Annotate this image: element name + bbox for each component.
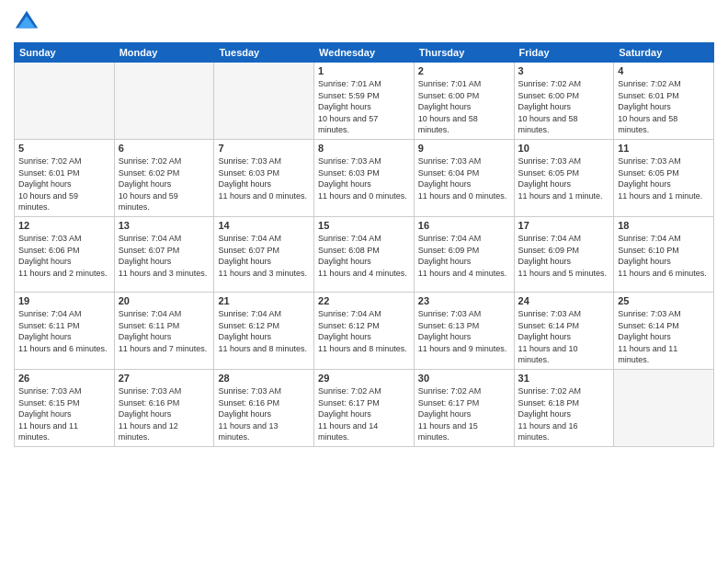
day-number: 24: [518, 295, 610, 306]
calendar-header-friday: Friday: [514, 43, 614, 63]
calendar-week-row: 19Sunrise: 7:04 AMSunset: 6:11 PMDayligh…: [15, 292, 714, 369]
logo-icon: [14, 9, 40, 35]
calendar-cell: 6Sunrise: 7:02 AMSunset: 6:02 PMDaylight…: [114, 139, 214, 216]
calendar-cell: [614, 369, 714, 446]
day-info: Sunrise: 7:02 AMSunset: 6:01 PMDaylight …: [618, 78, 710, 136]
calendar-cell: 19Sunrise: 7:04 AMSunset: 6:11 PMDayligh…: [15, 292, 115, 369]
day-number: 23: [418, 295, 510, 306]
day-info: Sunrise: 7:03 AMSunset: 6:14 PMDaylight …: [618, 308, 710, 366]
calendar-cell: 30Sunrise: 7:02 AMSunset: 6:17 PMDayligh…: [414, 369, 514, 446]
calendar-cell: 13Sunrise: 7:04 AMSunset: 6:07 PMDayligh…: [114, 216, 214, 292]
day-info: Sunrise: 7:04 AMSunset: 6:11 PMDaylight …: [119, 308, 210, 354]
day-info: Sunrise: 7:04 AMSunset: 6:09 PMDaylight …: [518, 233, 610, 279]
day-number: 3: [518, 65, 610, 76]
day-number: 30: [418, 373, 510, 384]
day-number: 22: [318, 295, 410, 306]
calendar-header-wednesday: Wednesday: [314, 43, 415, 63]
day-info: Sunrise: 7:02 AMSunset: 6:17 PMDaylight …: [318, 385, 410, 443]
calendar-cell: 15Sunrise: 7:04 AMSunset: 6:08 PMDayligh…: [314, 216, 415, 292]
calendar-cell: 11Sunrise: 7:03 AMSunset: 6:05 PMDayligh…: [614, 139, 714, 216]
calendar-cell: 27Sunrise: 7:03 AMSunset: 6:16 PMDayligh…: [114, 369, 214, 446]
day-info: Sunrise: 7:03 AMSunset: 6:03 PMDaylight …: [218, 155, 310, 201]
calendar-cell: 31Sunrise: 7:02 AMSunset: 6:18 PMDayligh…: [514, 369, 614, 446]
calendar-week-row: 1Sunrise: 7:01 AMSunset: 5:59 PMDaylight…: [15, 63, 714, 140]
calendar-cell: 29Sunrise: 7:02 AMSunset: 6:17 PMDayligh…: [314, 369, 415, 446]
day-info: Sunrise: 7:01 AMSunset: 6:00 PMDaylight …: [418, 78, 510, 136]
day-number: 5: [18, 143, 110, 154]
day-info: Sunrise: 7:03 AMSunset: 6:03 PMDaylight …: [318, 155, 410, 201]
calendar-cell: 20Sunrise: 7:04 AMSunset: 6:11 PMDayligh…: [114, 292, 214, 369]
logo: [14, 9, 43, 35]
day-number: 10: [518, 143, 610, 154]
day-number: 1: [318, 65, 410, 76]
calendar-cell: 1Sunrise: 7:01 AMSunset: 5:59 PMDaylight…: [314, 63, 415, 140]
day-info: Sunrise: 7:04 AMSunset: 6:12 PMDaylight …: [318, 308, 410, 354]
day-number: 16: [418, 220, 510, 231]
calendar-cell: 4Sunrise: 7:02 AMSunset: 6:01 PMDaylight…: [614, 63, 714, 140]
calendar-cell: 5Sunrise: 7:02 AMSunset: 6:01 PMDaylight…: [15, 139, 115, 216]
day-number: 20: [119, 295, 210, 306]
calendar: SundayMondayTuesdayWednesdayThursdayFrid…: [14, 42, 714, 447]
day-number: 9: [418, 143, 510, 154]
calendar-cell: 28Sunrise: 7:03 AMSunset: 6:16 PMDayligh…: [214, 369, 314, 446]
day-number: 12: [18, 220, 110, 231]
calendar-cell: 26Sunrise: 7:03 AMSunset: 6:15 PMDayligh…: [15, 369, 115, 446]
calendar-header-saturday: Saturday: [614, 43, 714, 63]
calendar-cell: 17Sunrise: 7:04 AMSunset: 6:09 PMDayligh…: [514, 216, 614, 292]
calendar-week-row: 5Sunrise: 7:02 AMSunset: 6:01 PMDaylight…: [15, 139, 714, 216]
day-info: Sunrise: 7:03 AMSunset: 6:05 PMDaylight …: [518, 155, 610, 201]
calendar-cell: 22Sunrise: 7:04 AMSunset: 6:12 PMDayligh…: [314, 292, 415, 369]
day-number: 28: [218, 373, 310, 384]
day-number: 21: [218, 295, 310, 306]
day-info: Sunrise: 7:03 AMSunset: 6:06 PMDaylight …: [18, 233, 110, 279]
calendar-cell: 14Sunrise: 7:04 AMSunset: 6:07 PMDayligh…: [214, 216, 314, 292]
day-info: Sunrise: 7:02 AMSunset: 6:18 PMDaylight …: [518, 385, 610, 443]
calendar-cell: 10Sunrise: 7:03 AMSunset: 6:05 PMDayligh…: [514, 139, 614, 216]
day-info: Sunrise: 7:03 AMSunset: 6:16 PMDaylight …: [218, 385, 310, 443]
calendar-header-tuesday: Tuesday: [214, 43, 314, 63]
day-number: 31: [518, 373, 610, 384]
calendar-cell: 21Sunrise: 7:04 AMSunset: 6:12 PMDayligh…: [214, 292, 314, 369]
day-info: Sunrise: 7:04 AMSunset: 6:07 PMDaylight …: [218, 233, 310, 279]
calendar-cell: 7Sunrise: 7:03 AMSunset: 6:03 PMDaylight…: [214, 139, 314, 216]
day-number: 19: [18, 295, 110, 306]
day-number: 2: [418, 65, 510, 76]
calendar-cell: 16Sunrise: 7:04 AMSunset: 6:09 PMDayligh…: [414, 216, 514, 292]
day-number: 15: [318, 220, 410, 231]
day-info: Sunrise: 7:03 AMSunset: 6:16 PMDaylight …: [119, 385, 210, 443]
day-number: 8: [318, 143, 410, 154]
calendar-cell: 23Sunrise: 7:03 AMSunset: 6:13 PMDayligh…: [414, 292, 514, 369]
day-number: 11: [618, 143, 710, 154]
day-number: 27: [119, 373, 210, 384]
calendar-cell: 3Sunrise: 7:02 AMSunset: 6:00 PMDaylight…: [514, 63, 614, 140]
day-info: Sunrise: 7:03 AMSunset: 6:14 PMDaylight …: [518, 308, 610, 366]
calendar-cell: [15, 63, 115, 140]
day-number: 25: [618, 295, 710, 306]
day-info: Sunrise: 7:03 AMSunset: 6:04 PMDaylight …: [418, 155, 510, 201]
day-number: 13: [119, 220, 210, 231]
day-info: Sunrise: 7:04 AMSunset: 6:07 PMDaylight …: [119, 233, 210, 279]
day-info: Sunrise: 7:01 AMSunset: 5:59 PMDaylight …: [318, 78, 410, 136]
calendar-cell: 18Sunrise: 7:04 AMSunset: 6:10 PMDayligh…: [614, 216, 714, 292]
calendar-week-row: 12Sunrise: 7:03 AMSunset: 6:06 PMDayligh…: [15, 216, 714, 292]
day-info: Sunrise: 7:04 AMSunset: 6:09 PMDaylight …: [418, 233, 510, 279]
day-info: Sunrise: 7:02 AMSunset: 6:17 PMDaylight …: [418, 385, 510, 443]
day-info: Sunrise: 7:02 AMSunset: 6:02 PMDaylight …: [119, 155, 210, 213]
calendar-cell: 2Sunrise: 7:01 AMSunset: 6:00 PMDaylight…: [414, 63, 514, 140]
calendar-cell: 12Sunrise: 7:03 AMSunset: 6:06 PMDayligh…: [15, 216, 115, 292]
calendar-header-monday: Monday: [114, 43, 214, 63]
day-number: 14: [218, 220, 310, 231]
day-number: 17: [518, 220, 610, 231]
day-info: Sunrise: 7:02 AMSunset: 6:00 PMDaylight …: [518, 78, 610, 136]
calendar-week-row: 26Sunrise: 7:03 AMSunset: 6:15 PMDayligh…: [15, 369, 714, 446]
day-number: 26: [18, 373, 110, 384]
day-number: 6: [119, 143, 210, 154]
day-info: Sunrise: 7:04 AMSunset: 6:10 PMDaylight …: [618, 233, 710, 279]
day-info: Sunrise: 7:02 AMSunset: 6:01 PMDaylight …: [18, 155, 110, 213]
header: [14, 9, 714, 35]
page: SundayMondayTuesdayWednesdayThursdayFrid…: [0, 0, 728, 563]
day-info: Sunrise: 7:04 AMSunset: 6:08 PMDaylight …: [318, 233, 410, 279]
day-info: Sunrise: 7:03 AMSunset: 6:15 PMDaylight …: [18, 385, 110, 443]
day-info: Sunrise: 7:03 AMSunset: 6:13 PMDaylight …: [418, 308, 510, 354]
calendar-header-sunday: Sunday: [15, 43, 115, 63]
